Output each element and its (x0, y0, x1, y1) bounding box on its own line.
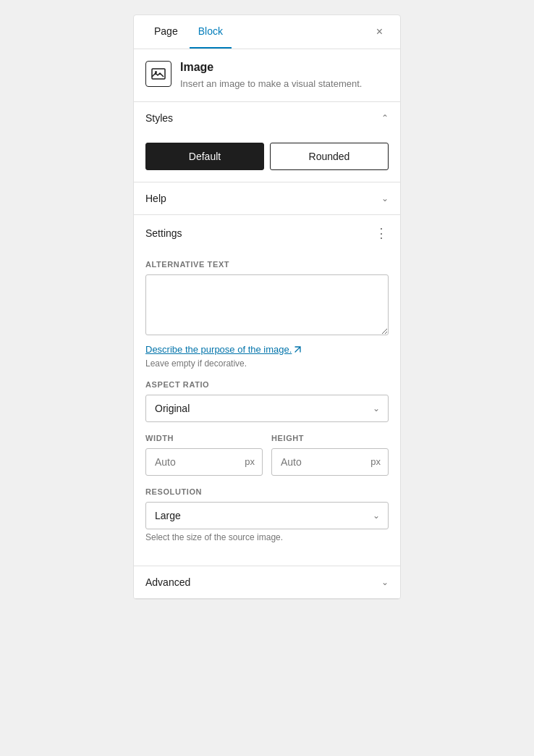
height-unit: px (368, 449, 388, 474)
style-default-button[interactable]: Default (145, 143, 264, 170)
width-input[interactable] (146, 449, 242, 475)
block-header: Image Insert an image to make a visual s… (134, 49, 400, 102)
alt-text-group: ALTERNATIVE TEXT Describe the purpose of… (145, 260, 389, 369)
styles-section: Styles ⌃ Default Rounded (134, 102, 400, 182)
styles-content: Default Rounded (134, 134, 400, 182)
block-title: Image (180, 61, 389, 74)
styles-section-header[interactable]: Styles ⌃ (134, 102, 400, 134)
resolution-group: RESOLUTION Thumbnail Medium Large Full S… (145, 487, 389, 542)
help-chevron-down-icon: ⌄ (381, 193, 389, 203)
settings-section-title: Settings (145, 227, 182, 239)
settings-panel: Page Block × Image Insert an image to ma… (133, 14, 401, 600)
resolution-wrapper: Thumbnail Medium Large Full Size ⌄ (145, 502, 389, 529)
height-label: HEIGHT (271, 434, 389, 442)
advanced-section: Advanced ⌄ (134, 566, 400, 599)
width-input-wrapper: px (145, 448, 263, 476)
aspect-ratio-group: ASPECT RATIO Original 1:1 4:3 3:2 16:9 9… (145, 380, 389, 422)
advanced-chevron-down-icon: ⌄ (381, 577, 389, 587)
help-section: Help ⌄ (134, 182, 400, 215)
width-label: WIDTH (145, 434, 263, 442)
dimensions-group: WIDTH px HEIGHT px (145, 434, 389, 476)
aspect-ratio-select[interactable]: Original 1:1 4:3 3:2 16:9 9:16 (145, 395, 389, 422)
help-section-header[interactable]: Help ⌄ (134, 182, 400, 214)
alt-text-link[interactable]: Describe the purpose of the image. (145, 338, 389, 356)
tab-page[interactable]: Page (145, 15, 187, 49)
close-button[interactable]: × (370, 20, 389, 44)
image-icon (145, 61, 171, 87)
resolution-helper: Select the size of the source image. (145, 532, 389, 542)
height-input-wrapper: px (271, 448, 389, 476)
alt-text-label: ALTERNATIVE TEXT (145, 260, 389, 269)
help-section-title: Help (145, 193, 166, 204)
dimension-row: WIDTH px HEIGHT px (145, 434, 389, 476)
styles-section-title: Styles (145, 112, 173, 124)
styles-chevron-up-icon: ⌃ (381, 113, 389, 123)
tab-bar: Page Block × (134, 15, 400, 49)
external-link-icon (294, 345, 302, 353)
alt-text-input[interactable] (145, 274, 389, 335)
width-group: WIDTH px (145, 434, 263, 476)
style-rounded-button[interactable]: Rounded (270, 143, 389, 170)
resolution-select[interactable]: Thumbnail Medium Large Full Size (145, 502, 389, 529)
resolution-label: RESOLUTION (145, 487, 389, 496)
alt-text-link-text: Describe the purpose of the image. (145, 344, 292, 355)
style-buttons: Default Rounded (145, 143, 389, 170)
aspect-ratio-wrapper: Original 1:1 4:3 3:2 16:9 9:16 ⌄ (145, 395, 389, 422)
settings-more-options-button[interactable]: ⋮ (375, 225, 389, 241)
settings-section-header: Settings ⋮ (134, 215, 400, 251)
width-unit: px (242, 449, 262, 474)
settings-content: ALTERNATIVE TEXT Describe the purpose of… (134, 251, 400, 566)
block-description: Insert an image to make a visual stateme… (180, 77, 389, 91)
advanced-section-title: Advanced (145, 576, 190, 588)
advanced-section-header[interactable]: Advanced ⌄ (134, 566, 400, 598)
aspect-ratio-label: ASPECT RATIO (145, 380, 389, 389)
height-group: HEIGHT px (271, 434, 389, 476)
settings-section: Settings ⋮ ALTERNATIVE TEXT Describe the… (134, 215, 400, 566)
height-input[interactable] (272, 449, 368, 475)
tab-block[interactable]: Block (190, 15, 232, 49)
block-header-text: Image Insert an image to make a visual s… (180, 61, 389, 91)
alt-text-helper: Leave empty if decorative. (145, 358, 389, 369)
